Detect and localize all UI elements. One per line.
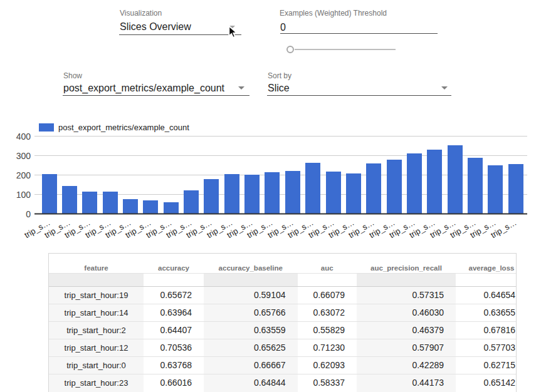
svg-text:post_export_metrics/example_co: post_export_metrics/example_count: [58, 123, 189, 132]
svg-text:200: 200: [16, 170, 31, 180]
svg-text:300: 300: [16, 151, 31, 161]
svg-text:400: 400: [16, 132, 31, 142]
svg-text:100: 100: [16, 190, 31, 200]
svg-text:0: 0: [26, 209, 31, 219]
